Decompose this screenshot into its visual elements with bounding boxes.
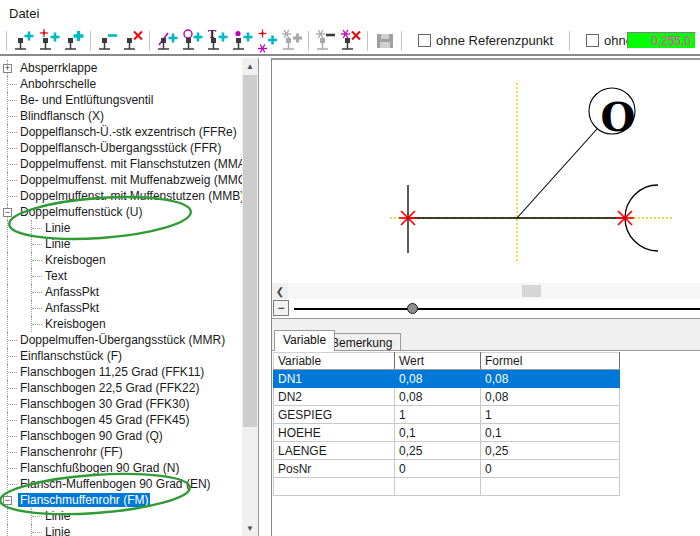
tree-item-label[interactable]: Doppelmuffen-Übergangsstück (MMR): [18, 333, 227, 347]
column-header-variable[interactable]: Variable: [274, 353, 395, 370]
tree-vertical-scrollbar[interactable]: ▲ ▼: [242, 58, 258, 536]
tree-item-label[interactable]: Doppelmuffenstück (U): [18, 205, 145, 219]
table-cell[interactable]: 0,08: [395, 370, 481, 388]
scroll-left-button[interactable]: ❮: [272, 283, 288, 299]
table-cell[interactable]: [481, 478, 620, 496]
tree-item[interactable]: Kreisbogen: [0, 316, 242, 332]
column-header-formel[interactable]: Formel: [481, 353, 620, 370]
tree-item-label[interactable]: Blindflansch (X): [18, 109, 106, 123]
scroll-up-button[interactable]: ▲: [242, 58, 258, 74]
table-row[interactable]: GESPIEG11: [274, 406, 620, 424]
tree-item[interactable]: Kreisbogen: [0, 252, 242, 268]
tree-item[interactable]: Be- und Entlüftungsventil: [0, 92, 242, 108]
tree-item-label[interactable]: Flanschbogen 22,5 Grad (FFK22): [18, 381, 201, 395]
table-cell[interactable]: 0,08: [481, 370, 620, 388]
tree-item[interactable]: AnfassPkt: [0, 300, 242, 316]
tree-item[interactable]: Doppelflansch-Ü.-stk exzentrisch (FFRe): [0, 124, 242, 140]
table-cell[interactable]: [274, 478, 395, 496]
table-cell[interactable]: 0: [395, 460, 481, 478]
add-point-button[interactable]: [11, 29, 36, 53]
tree-item-label[interactable]: Flanschfußbogen 90 Grad (N): [18, 461, 181, 475]
tree-item-label[interactable]: Doppelflansch-Ü.-stk exzentrisch (FFRe): [18, 125, 239, 139]
tree-item-label[interactable]: Linie: [43, 237, 72, 251]
table-cell[interactable]: HOEHE: [274, 424, 395, 442]
tree-item[interactable]: Linie: [0, 236, 242, 252]
tree-item[interactable]: Linie: [0, 508, 242, 524]
add-dot-button[interactable]: [229, 29, 254, 53]
tree-item-label[interactable]: Absperrklappe: [18, 61, 99, 75]
tab-variable[interactable]: Variable: [274, 330, 335, 351]
tree-item[interactable]: Linie: [0, 220, 242, 236]
canvas-horizontal-scrollbar[interactable]: ❮: [272, 283, 700, 299]
tree-item-label[interactable]: Flanschbogen 90 Grad (Q): [18, 429, 165, 443]
tree-item[interactable]: Doppelmuffen-Übergangsstück (MMR): [0, 332, 242, 348]
table-cell[interactable]: PosNr: [274, 460, 395, 478]
tree-item-label[interactable]: Flanschbogen 45 Grad (FFK45): [18, 413, 191, 427]
tree-item[interactable]: Flanschbogen 11,25 Grad (FFK11): [0, 364, 242, 380]
tree-item-label[interactable]: Anbohrschelle: [18, 77, 98, 91]
tree-item[interactable]: Blindflansch (X): [0, 108, 242, 124]
table-row[interactable]: HOEHE0,10,1: [274, 424, 620, 442]
tree-item-label[interactable]: Kreisbogen: [43, 253, 108, 267]
table-cell[interactable]: DN2: [274, 388, 395, 406]
column-header-wert[interactable]: Wert: [395, 353, 481, 370]
tree-item[interactable]: Flanschbogen 45 Grad (FFK45): [0, 412, 242, 428]
tree-item[interactable]: Flanschbogen 22,5 Grad (FFK22): [0, 380, 242, 396]
table-row[interactable]: [274, 478, 620, 496]
table-cell[interactable]: 1: [481, 406, 620, 424]
delete-sym-button[interactable]: [338, 29, 363, 53]
table-cell[interactable]: GESPIEG: [274, 406, 395, 424]
zoom-slider[interactable]: −: [272, 299, 700, 318]
tree-item-label[interactable]: Flansch-Muffenbogen 90 Grad (EN): [18, 477, 213, 491]
checkbox-ohne-referenzpunkt[interactable]: ohne Referenzpunkt: [418, 33, 553, 48]
horizontal-splitter[interactable]: [272, 318, 700, 329]
tree-item[interactable]: Doppelflansch-Übergangsstück (FFR): [0, 140, 242, 156]
tree-item-label[interactable]: Flanschbogen 30 Grad (FFK30): [18, 397, 191, 411]
table-row[interactable]: LAENGE0,250,25: [274, 442, 620, 460]
tree-item[interactable]: Flanschenrohr (FF): [0, 444, 242, 460]
tree-item[interactable]: Anbohrschelle: [0, 76, 242, 92]
add-point-sym-button[interactable]: [61, 29, 86, 53]
tree-item-label[interactable]: Linie: [43, 509, 72, 523]
hscroll-thumb[interactable]: [522, 285, 541, 297]
tree-item-label[interactable]: Flanschbogen 11,25 Grad (FFK11): [18, 365, 206, 379]
table-cell[interactable]: 0,1: [481, 424, 620, 442]
tree-item[interactable]: Doppelmuffenst. mit Flanschstutzen (MMA): [0, 156, 242, 172]
table-cell[interactable]: 0,25: [481, 442, 620, 460]
tree-item-label-selected[interactable]: Flanschmuffenrohr (FM): [18, 493, 150, 507]
table-row[interactable]: DN20,080,08: [274, 388, 620, 406]
tree-item[interactable]: Linie: [0, 524, 242, 536]
table-cell[interactable]: 1: [395, 406, 481, 424]
tree-item-label[interactable]: Linie: [43, 525, 72, 536]
tree-item-label[interactable]: Flanschenrohr (FF): [18, 445, 125, 459]
table-cell[interactable]: 0,08: [395, 388, 481, 406]
tree-item-label[interactable]: Doppelmuffenst. mit Muffenabzweig (MMC): [18, 173, 242, 187]
table-cell[interactable]: LAENGE: [274, 442, 395, 460]
collapse-box-icon[interactable]: −: [3, 496, 12, 505]
tree-item[interactable]: Flanschfußbogen 90 Grad (N): [0, 460, 242, 476]
add-text-button[interactable]: T: [204, 29, 229, 53]
table-cell[interactable]: 0: [481, 460, 620, 478]
tree-item-label[interactable]: AnfassPkt: [43, 301, 101, 315]
tree-item-label[interactable]: Doppelmuffenst. mit Flanschstutzen (MMA): [18, 157, 242, 171]
tree-item-label[interactable]: Kreisbogen: [43, 317, 108, 331]
zoom-out-button[interactable]: −: [273, 300, 289, 316]
add-point-ref-button[interactable]: [36, 29, 61, 53]
tree-item-label[interactable]: Linie: [43, 221, 72, 235]
tree-item[interactable]: Doppelmuffenst. mit Muffenabzweig (MMC): [0, 172, 242, 188]
zoom-slider-track[interactable]: [294, 308, 700, 310]
tree-item[interactable]: −Doppelmuffenstück (U): [0, 204, 242, 220]
table-cell[interactable]: DN1: [274, 370, 395, 388]
color-value-field[interactable]: 0,255,0: [627, 32, 696, 49]
add-sym-point-button[interactable]: [254, 29, 279, 53]
tree-item-label[interactable]: Be- und Entlüftungsventil: [18, 93, 155, 107]
scroll-down-button[interactable]: ▼: [242, 520, 258, 536]
tree-item-label[interactable]: Doppelflansch-Übergangsstück (FFR): [18, 141, 223, 155]
tree-item-label[interactable]: AnfassPkt: [43, 285, 101, 299]
add-circle-button[interactable]: [179, 29, 204, 53]
tree-item-label[interactable]: Text: [43, 269, 69, 283]
remove-point-button[interactable]: [95, 29, 120, 53]
table-cell[interactable]: 0,25: [395, 442, 481, 460]
menu-item-datei[interactable]: Datei: [9, 6, 39, 21]
scroll-thumb[interactable]: [243, 75, 257, 427]
